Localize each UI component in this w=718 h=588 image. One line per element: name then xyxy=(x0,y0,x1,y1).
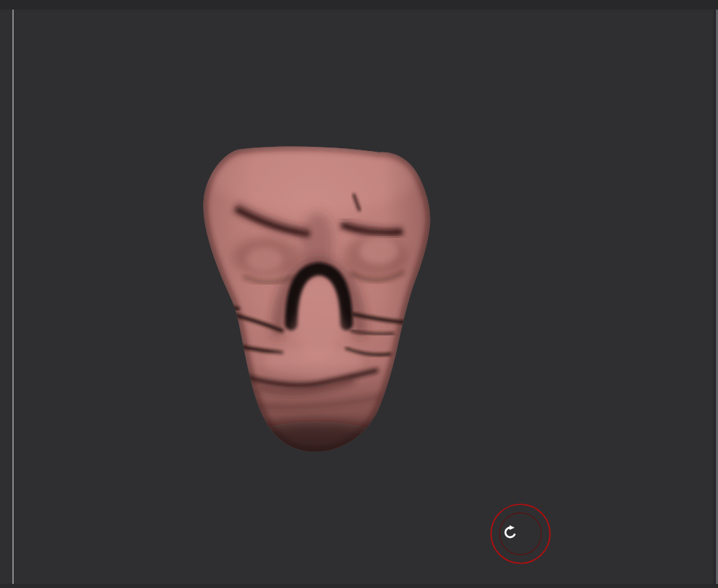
left-guide-line xyxy=(12,10,14,584)
head-shading xyxy=(195,136,437,457)
title-bar xyxy=(0,0,718,10)
app-window xyxy=(0,0,718,588)
sculpted-head-model[interactable] xyxy=(195,136,437,457)
bottom-edge-shade xyxy=(0,584,718,588)
